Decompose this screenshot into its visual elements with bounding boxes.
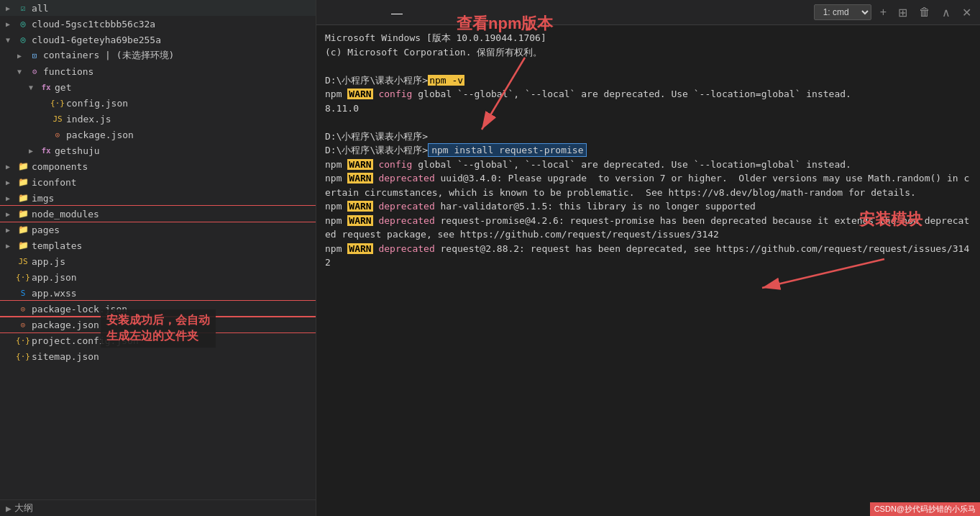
tab-terminal[interactable] — [391, 11, 403, 14]
close-terminal-button[interactable]: ✕ — [959, 6, 974, 19]
sidebar-item-config-json[interactable]: {·}config.json — [0, 95, 316, 111]
maximize-terminal-button[interactable]: ∧ — [939, 6, 953, 19]
term-line-prompt-2: D:\小程序\课表小程序> — [325, 130, 971, 144]
sidebar-item-pages[interactable]: 📁pages — [0, 222, 316, 237]
split-terminal-button[interactable]: ⊞ — [895, 6, 910, 19]
terminal-tabs-bar: 1: cmd + ⊞ 🗑 ∧ ✕ — [316, 0, 980, 25]
terminal-output[interactable]: Microsoft Windows [版本 10.0.19044.1706] (… — [316, 25, 980, 276]
sidebar-bottom-outline[interactable]: ▶大纲 — [0, 500, 316, 516]
tab-problems[interactable] — [345, 11, 357, 14]
sidebar-item-functions[interactable]: ⚙functions — [0, 63, 316, 79]
sidebar-item-app-json[interactable]: {·}app.json — [0, 269, 316, 285]
sidebar-item-get[interactable]: fxget — [0, 79, 316, 95]
term-line-1: Microsoft Windows [版本 10.0.19044.1706] — [325, 31, 971, 45]
tab-output[interactable] — [368, 11, 380, 14]
sidebar-item-imgs[interactable]: 📁imgs — [0, 190, 316, 206]
sidebar-item-cloud1[interactable]: ◎cloud1-6geteyha69be255a — [0, 32, 316, 47]
new-terminal-button[interactable]: + — [877, 6, 889, 19]
tab-debugger[interactable] — [322, 11, 334, 14]
csdn-watermark: CSDN@抄代码抄错的小乐马 — [870, 502, 980, 516]
term-line-warn-4: npm WARN deprecated har-validator@5.1.5:… — [325, 199, 971, 214]
sidebar-item-node_modules[interactable]: 📁node_modules — [0, 206, 316, 222]
terminal-controls: 1: cmd + ⊞ 🗑 ∧ ✕ — [814, 4, 974, 20]
term-line-warn-6: npm WARN deprecated request@2.88.2: requ… — [325, 242, 971, 270]
sidebar: ☑all◎cloud-5gsc1tcbbb56c32a◎cloud1-6gete… — [0, 0, 316, 516]
sidebar-item-components[interactable]: 📁components — [0, 158, 316, 174]
sidebar-item-app-js[interactable]: JSapp.js — [0, 253, 316, 269]
term-line-warn-2: npm WARN config global `--global`, `--lo… — [325, 158, 971, 172]
term-line-warn-5: npm WARN deprecated request-promise@4.2.… — [325, 214, 971, 242]
term-line-warn-3: npm WARN deprecated uuid@3.4.0: Please u… — [325, 171, 971, 199]
sidebar-item-project-config[interactable]: {·}project.config.json — [0, 332, 316, 348]
term-line-2: (c) Microsoft Corporation. 保留所有权利。 — [325, 45, 971, 60]
sidebar-item-getshuju[interactable]: fxgetshuju — [0, 142, 316, 158]
sidebar-item-pkg-lock[interactable]: ⊙package-lock.json — [0, 301, 316, 317]
term-line-blank-2 — [325, 115, 971, 130]
sidebar-item-index-js[interactable]: JSindex.js — [0, 111, 316, 127]
sidebar-item-cloud5[interactable]: ◎cloud-5gsc1tcbbb56c32a — [0, 16, 316, 32]
sidebar-item-package-json-get[interactable]: ⊙package.json — [0, 127, 316, 142]
sidebar-item-iconfont[interactable]: 📁iconfont — [0, 174, 316, 190]
term-line-npm-v: D:\小程序\课表小程序>npm -v — [325, 73, 971, 88]
term-line-version: 8.11.0 — [325, 101, 971, 116]
sidebar-item-sitemap[interactable]: {·}sitemap.json — [0, 348, 316, 364]
sidebar-item-pkg-json[interactable]: ⊙package.json — [0, 317, 316, 332]
term-line-npm-install: D:\小程序\课表小程序>npm install request-promise — [325, 143, 971, 158]
term-line-blank-1 — [325, 59, 971, 73]
sidebar-item-all[interactable]: ☑all — [0, 0, 316, 16]
kill-terminal-button[interactable]: 🗑 — [916, 6, 933, 19]
sidebar-item-templates[interactable]: 📁templates — [0, 237, 316, 253]
terminal-session-select[interactable]: 1: cmd — [814, 4, 871, 20]
sidebar-item-app-wxss[interactable]: Sapp.wxss — [0, 285, 316, 301]
sidebar-item-containers[interactable]: ⊡containers | (未选择环境) — [0, 47, 316, 63]
main-panel: 1: cmd + ⊞ 🗑 ∧ ✕ Microsoft Windows [版本 1… — [316, 0, 980, 516]
term-line-warn-1: npm WARN config global `--global`, `--lo… — [325, 87, 971, 101]
